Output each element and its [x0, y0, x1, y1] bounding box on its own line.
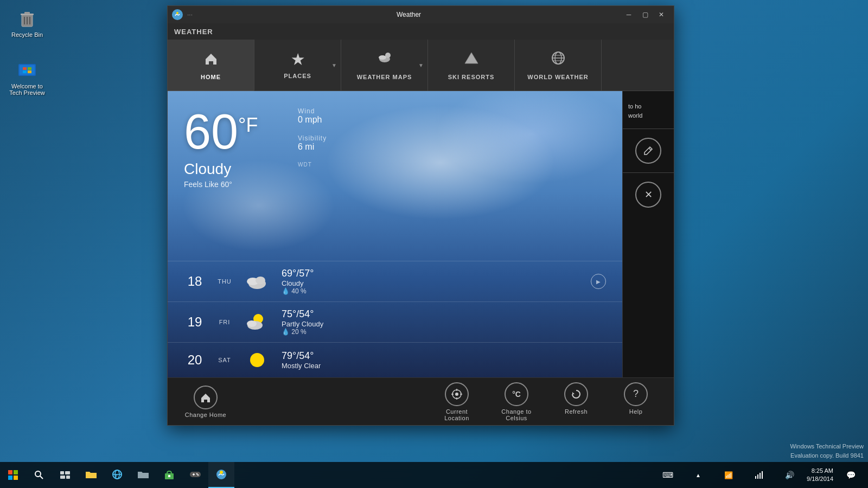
change-home-button[interactable]: Change Home: [184, 386, 227, 418]
svg-point-29: [247, 320, 257, 327]
change-celsius-button[interactable]: °C Change toCelsius: [495, 382, 538, 421]
forecast-list: 18 THU 69°/57°: [168, 261, 622, 377]
wdt-detail: WDT: [298, 162, 327, 168]
taskbar-app-folder[interactable]: [130, 462, 156, 488]
svg-rect-63: [762, 471, 763, 479]
desktop-icon-welcome[interactable]: Welcome to Tech Preview: [5, 57, 49, 98]
home-tab-icon: [203, 50, 219, 69]
volume-icon[interactable]: 🔊: [776, 462, 802, 488]
forecast-item-sat: 20 SAT 79°/54° Mostly Clear: [168, 342, 622, 377]
svg-rect-52: [168, 475, 170, 477]
network-icon[interactable]: 📶: [716, 462, 742, 488]
window-title: Weather: [197, 11, 621, 18]
search-button[interactable]: [26, 462, 52, 488]
taskbar-app-file-explorer[interactable]: [78, 462, 104, 488]
svg-marker-17: [465, 53, 478, 63]
places-chevron-icon: ▼: [331, 62, 337, 68]
minimize-button[interactable]: ─: [621, 7, 637, 22]
chevron-up-icon[interactable]: ▲: [685, 462, 711, 488]
help-label: Help: [629, 408, 643, 415]
title-bar-controls: ─ ▢ ✕: [621, 7, 669, 22]
tab-weather-maps[interactable]: WEATHER MAPS ▼: [341, 40, 428, 91]
weather-app-icon: [172, 9, 183, 20]
wind-detail: Wind 0 mph: [298, 107, 327, 125]
ski-resorts-tab-icon: [464, 50, 479, 69]
taskbar-app-games[interactable]: [182, 462, 208, 488]
svg-point-57: [197, 474, 199, 476]
notification-area: ⌨ ▲ 📶 🔊 8:25 AM 9/18/2014 💬: [650, 462, 868, 488]
svg-point-39: [35, 471, 41, 477]
desktop-icon-recycle-bin[interactable]: Recycle Bin: [5, 5, 49, 40]
forecast-date-18: 18: [184, 274, 206, 289]
change-home-icon: [194, 386, 218, 409]
svg-rect-44: [66, 476, 70, 479]
refresh-button[interactable]: Refresh: [554, 382, 598, 421]
forecast-temps-sat: 79°/54°: [282, 350, 606, 362]
system-clock[interactable]: 8:25 AM 9/18/2014: [807, 467, 833, 484]
forecast-temps-thu: 69°/57°: [282, 268, 580, 279]
help-button[interactable]: ? Help: [614, 382, 658, 421]
places-tab-label: PLACES: [284, 73, 311, 79]
welcome-icon: [16, 59, 38, 81]
taskbar-app-store[interactable]: [156, 462, 182, 488]
svg-rect-60: [755, 476, 756, 479]
forecast-cond-sat: Mostly Clear: [282, 362, 606, 370]
svg-rect-11: [28, 70, 31, 73]
tab-home[interactable]: HOME: [168, 40, 254, 91]
svg-rect-62: [760, 473, 761, 479]
visibility-detail: Visibility 6 mi: [298, 134, 327, 152]
temperature-display: 60°F: [184, 107, 258, 156]
current-location-button[interactable]: CurrentLocation: [435, 382, 478, 421]
places-tab-icon: ★: [291, 52, 304, 68]
wdt-label: WDT: [298, 162, 327, 168]
svg-text:e: e: [115, 473, 118, 478]
title-bar: ··· Weather ─ ▢ ✕: [168, 6, 674, 23]
forecast-icon-fri: [244, 311, 271, 333]
wind-value: 0 mph: [298, 115, 327, 125]
action-center-icon[interactable]: 💬: [838, 462, 864, 488]
svg-rect-45: [86, 473, 97, 478]
taskbar-app-ie[interactable]: e: [104, 462, 130, 488]
forecast-info-thu: 69°/57° Cloudy 💧 40 %: [282, 268, 580, 295]
weather-maps-tab-label: WEATHER MAPS: [357, 74, 412, 80]
forecast-cond-thu: Cloudy: [282, 279, 580, 287]
close-button[interactable]: ✕: [653, 7, 669, 22]
keyboard-icon[interactable]: ⌨: [655, 462, 681, 488]
side-close-button[interactable]: ✕: [635, 182, 661, 208]
nav-label: WEATHER: [174, 28, 213, 36]
side-panel-text: to ho world: [623, 98, 674, 124]
svg-point-56: [196, 473, 197, 474]
forecast-precip-thu: 💧 40 %: [282, 287, 580, 295]
tab-places[interactable]: ★ PLACES ▼: [254, 40, 341, 91]
taskbar-app-weather[interactable]: [208, 462, 234, 488]
weather-condition: Cloudy: [184, 160, 258, 178]
nav-bar: WEATHER: [168, 23, 674, 40]
task-view-button[interactable]: [52, 462, 78, 488]
world-weather-tab-icon: [551, 50, 566, 69]
welcome-label: Welcome to Tech Preview: [9, 83, 44, 96]
svg-point-13: [176, 12, 178, 14]
weather-window: ··· Weather ─ ▢ ✕ WEATHER HOME: [167, 5, 674, 426]
svg-point-26: [256, 277, 265, 284]
forecast-cond-fri: Partly Cloudy: [282, 320, 606, 328]
forecast-play-thu[interactable]: ▶: [591, 274, 606, 289]
svg-point-16: [385, 53, 391, 58]
current-location-icon: [445, 382, 469, 406]
start-button[interactable]: [0, 462, 26, 488]
feels-like: Feels Like 60°: [184, 180, 258, 189]
current-weather: 60°F Cloudy Feels Like 60°: [184, 107, 258, 189]
recycle-bin-label: Recycle Bin: [11, 31, 43, 38]
forecast-icon-thu: [244, 271, 271, 292]
title-bar-dots: ···: [187, 11, 193, 18]
svg-rect-9: [28, 67, 31, 70]
tab-ski-resorts[interactable]: SKI RESORTS: [428, 40, 515, 91]
edit-button[interactable]: [635, 138, 661, 164]
windows-logo-icon: [8, 470, 18, 480]
forecast-info-fri: 75°/54° Partly Cloudy 💧 20 %: [282, 309, 606, 336]
change-celsius-label: Change toCelsius: [501, 408, 531, 421]
signal-bars-icon[interactable]: [746, 462, 772, 488]
svg-rect-61: [757, 474, 758, 479]
maximize-button[interactable]: ▢: [637, 7, 653, 22]
visibility-value: 6 mi: [298, 142, 327, 152]
tab-world-weather[interactable]: WORLD WEATHER: [515, 40, 602, 91]
